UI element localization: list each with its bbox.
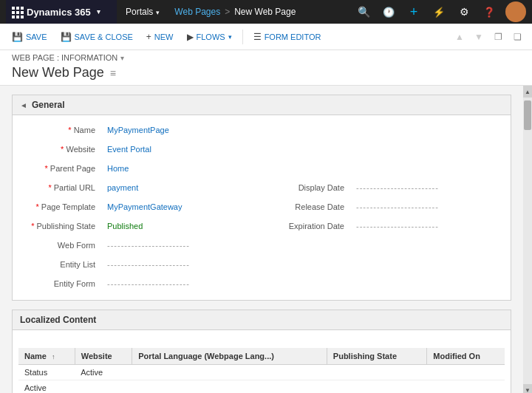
filter-icon-btn[interactable]: ⚡ <box>427 0 451 24</box>
col-website-label: Website <box>81 352 112 360</box>
col-website[interactable]: Website <box>75 348 132 365</box>
new-icon-btn[interactable]: + <box>402 0 426 24</box>
scrollbar-down-btn[interactable]: ▼ <box>523 384 532 393</box>
scrollbar-thumb[interactable] <box>524 100 531 130</box>
col-modified-on[interactable]: Modified On <box>427 348 505 365</box>
expand-button[interactable]: ❏ <box>508 28 526 46</box>
scrollbar-up-btn[interactable]: ▲ <box>523 86 532 98</box>
release-date-label: Release Date <box>262 199 350 214</box>
page-menu-icon[interactable]: ≡ <box>110 67 116 79</box>
entity-form-row: Entity Form ------------------------ <box>13 275 511 294</box>
main-content: ◄ General Name MyPaymentPage Website Ev <box>0 86 523 393</box>
col-portal-language-label: Portal Language (Webpage Lang...) <box>138 352 274 360</box>
scrollbar-thumb-area <box>523 98 532 384</box>
toolbar-right-actions: ▲ ▼ ❐ ❏ <box>451 28 526 46</box>
localized-section-title: Localized Content <box>20 315 96 325</box>
col-publishing-state-label: Publishing State <box>333 352 397 360</box>
name-value[interactable]: MyPaymentPage <box>101 123 262 137</box>
name-row: Name MyPaymentPage <box>13 121 511 140</box>
table-row[interactable]: Active <box>18 380 505 394</box>
website-label: Website <box>13 142 101 157</box>
general-section: ◄ General Name MyPaymentPage Website Ev <box>12 95 511 301</box>
toolbar: 💾 SAVE 💾 SAVE & CLOSE + NEW ▶ FLOWS ▾ ☰ … <box>0 24 532 50</box>
cell-status: Status <box>18 365 75 380</box>
cell-active-lang <box>132 380 327 394</box>
col-publishing-state[interactable]: Publishing State <box>327 348 427 365</box>
entity-list-row: Entity List ------------------------ <box>13 256 511 275</box>
page-template-label: Page Template <box>13 199 101 214</box>
save-icon: 💾 <box>12 32 23 42</box>
entity-list-value: ------------------------ <box>101 257 262 272</box>
save-close-icon: 💾 <box>61 32 72 42</box>
breadcrumb-sep: > <box>225 7 230 17</box>
name-col-left: Name MyPaymentPage <box>13 123 262 137</box>
breadcrumb-webpages[interactable]: Web Pages <box>174 7 220 17</box>
localized-content-section: Localized Content Name ↑ Website <box>12 310 511 393</box>
col-name[interactable]: Name ↑ <box>18 348 75 365</box>
parent-page-col-left: Parent Page Home <box>13 161 262 176</box>
web-form-value: ------------------------ <box>101 238 262 253</box>
collapse-button[interactable]: ❐ <box>489 28 507 46</box>
new-icon: + <box>146 32 151 42</box>
save-close-label: SAVE & CLOSE <box>75 33 133 41</box>
display-date-label: Display Date <box>262 180 350 195</box>
localized-section-header[interactable]: Localized Content <box>13 310 511 330</box>
nav-portals[interactable]: Portals ▾ <box>117 0 168 24</box>
release-date-value: ------------------------ <box>350 199 511 214</box>
entity-form-value: ------------------------ <box>101 276 262 291</box>
web-form-col: Web Form ------------------------ <box>13 238 262 253</box>
nav-portals-chevron: ▾ <box>156 9 160 16</box>
topbar: Dynamics 365 ▾ Portals ▾ Web Pages > New… <box>0 0 532 24</box>
search-icon-btn[interactable]: 🔍 <box>352 0 375 24</box>
save-close-button[interactable]: 💾 SAVE & CLOSE <box>55 27 139 47</box>
partial-url-value: payment <box>101 180 262 195</box>
settings-icon-btn[interactable]: ⚙ <box>452 0 476 24</box>
flows-label: FLOWS <box>197 33 225 41</box>
flows-chevron: ▾ <box>228 33 232 41</box>
parent-page-value[interactable]: Home <box>101 161 262 176</box>
table-row[interactable]: Status Active <box>18 365 505 380</box>
general-section-header[interactable]: ◄ General <box>13 95 511 115</box>
website-col-left: Website Event Portal <box>13 142 262 157</box>
prev-record-button[interactable]: ▲ <box>451 28 468 46</box>
website-value[interactable]: Event Portal <box>101 142 262 157</box>
publishing-state-label: Publishing State <box>13 219 101 233</box>
entity-form-label: Entity Form <box>13 276 101 291</box>
brand-area[interactable]: Dynamics 365 ▾ <box>6 0 117 24</box>
brand-label: Dynamics 365 <box>27 7 91 18</box>
entity-list-col: Entity List ------------------------ <box>13 257 262 272</box>
sort-arrow: ↑ <box>52 353 55 360</box>
col-portal-language[interactable]: Portal Language (Webpage Lang...) <box>132 348 327 365</box>
page-info-chevron[interactable]: ▾ <box>120 54 124 62</box>
localized-content-table: Name ↑ Website Portal Language (Webpage … <box>18 348 505 393</box>
flows-button[interactable]: ▶ FLOWS ▾ <box>181 27 238 47</box>
save-button[interactable]: 💾 SAVE <box>6 27 53 47</box>
right-scrollbar[interactable]: ▲ ▼ <box>523 86 532 393</box>
search-icon: 🔍 <box>358 6 370 18</box>
avatar[interactable] <box>505 1 526 22</box>
page-template-value[interactable]: MyPaymentGateway <box>101 199 262 214</box>
release-date-col: Release Date ------------------------ <box>262 199 511 214</box>
cell-status-lang <box>132 365 327 380</box>
filter-icon: ⚡ <box>433 7 445 18</box>
new-button[interactable]: + NEW <box>140 27 180 47</box>
form-editor-label: FORM EDITOR <box>265 33 321 41</box>
help-icon: ❓ <box>483 7 495 18</box>
recent-icon-btn[interactable]: 🕐 <box>377 0 400 24</box>
brand-chevron: ▾ <box>97 8 100 16</box>
nav-portals-label: Portals <box>126 7 153 17</box>
localized-section-body: Name ↑ Website Portal Language (Webpage … <box>13 330 511 393</box>
help-icon-btn[interactable]: ❓ <box>477 0 501 24</box>
form-editor-button[interactable]: ☰ FORM EDITOR <box>248 27 327 47</box>
col-modified-on-label: Modified On <box>433 352 480 360</box>
display-date-col: Display Date ------------------------ <box>262 180 511 195</box>
breadcrumb: Web Pages > New Web Page <box>168 7 352 17</box>
entity-form-col: Entity Form ------------------------ <box>13 276 262 291</box>
next-record-button[interactable]: ▼ <box>470 28 488 46</box>
partial-url-col-left: Partial URL payment <box>13 180 262 195</box>
name-label: Name <box>13 123 101 137</box>
cell-active-website <box>75 380 132 394</box>
expiration-date-col: Expiration Date ------------------------ <box>262 219 511 233</box>
cell-active-modified <box>427 380 505 394</box>
content-area: ◄ General Name MyPaymentPage Website Ev <box>0 86 532 393</box>
